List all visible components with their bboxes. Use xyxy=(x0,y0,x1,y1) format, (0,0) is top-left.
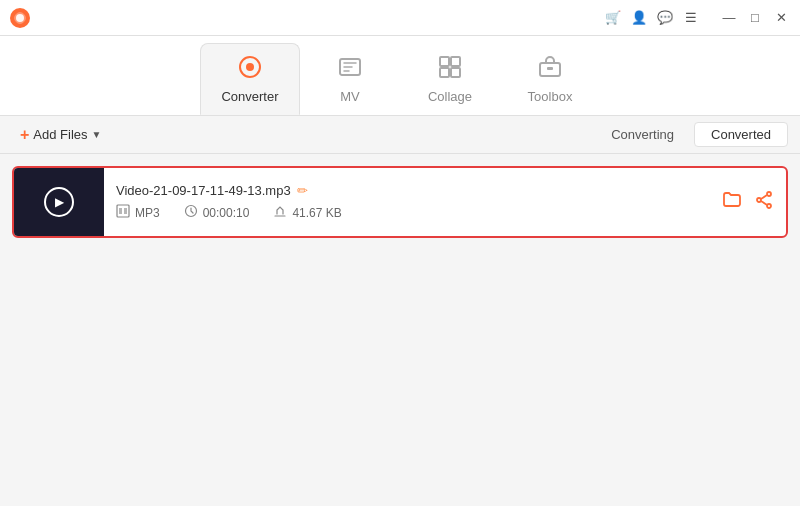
window-controls: 🛒 👤 💬 ☰ — □ ✕ xyxy=(602,7,792,29)
play-icon: ▶ xyxy=(55,195,64,209)
tab-toolbox[interactable]: Toolbox xyxy=(500,43,600,115)
format-icon xyxy=(116,204,130,221)
file-format-item: MP3 xyxy=(116,204,160,221)
file-meta-row: MP3 00:00:10 xyxy=(116,204,710,221)
collage-tab-label: Collage xyxy=(428,89,472,104)
converter-tab-icon xyxy=(238,55,262,85)
minimize-button[interactable]: — xyxy=(718,7,740,29)
edit-icon[interactable]: ✏ xyxy=(297,183,308,198)
svg-rect-6 xyxy=(451,57,460,66)
svg-point-15 xyxy=(767,192,771,196)
close-button[interactable]: ✕ xyxy=(770,7,792,29)
cart-icon[interactable]: 🛒 xyxy=(602,7,624,29)
add-files-label: Add Files xyxy=(33,127,87,142)
title-bar: 🛒 👤 💬 ☰ — □ ✕ xyxy=(0,0,800,36)
toolbox-tab-label: Toolbox xyxy=(528,89,573,104)
svg-rect-10 xyxy=(547,67,553,70)
svg-rect-12 xyxy=(119,208,122,214)
file-actions xyxy=(722,190,774,215)
share-icon[interactable] xyxy=(754,190,774,215)
add-files-dropdown-icon: ▼ xyxy=(92,129,102,140)
svg-rect-7 xyxy=(440,68,449,77)
file-format: MP3 xyxy=(135,206,160,220)
main-nav: Converter MV Collage xyxy=(0,36,800,116)
file-thumbnail[interactable]: ▶ xyxy=(14,168,104,236)
maximize-button[interactable]: □ xyxy=(744,7,766,29)
app-logo xyxy=(8,6,32,30)
file-duration: 00:00:10 xyxy=(203,206,250,220)
mv-tab-label: MV xyxy=(340,89,360,104)
subtab-converted[interactable]: Converted xyxy=(694,122,788,147)
file-name: Video-21-09-17-11-49-13.mp3 xyxy=(116,183,291,198)
file-info: Video-21-09-17-11-49-13.mp3 ✏ MP3 xyxy=(104,183,722,221)
play-button[interactable]: ▶ xyxy=(44,187,74,217)
add-files-button[interactable]: + Add Files ▼ xyxy=(12,122,109,148)
user-icon[interactable]: 👤 xyxy=(628,7,650,29)
svg-point-16 xyxy=(767,204,771,208)
file-name-row: Video-21-09-17-11-49-13.mp3 ✏ xyxy=(116,183,710,198)
menu-icon[interactable]: ☰ xyxy=(680,7,702,29)
size-icon xyxy=(273,204,287,221)
collage-tab-icon xyxy=(438,55,462,85)
svg-point-17 xyxy=(757,198,761,202)
file-duration-item: 00:00:10 xyxy=(184,204,250,221)
open-folder-icon[interactable] xyxy=(722,190,742,215)
add-files-plus-icon: + xyxy=(20,126,29,144)
svg-rect-13 xyxy=(124,208,127,214)
svg-rect-11 xyxy=(117,205,129,217)
svg-point-3 xyxy=(246,63,254,71)
mv-tab-icon xyxy=(338,55,362,85)
duration-icon xyxy=(184,204,198,221)
toolbox-tab-icon xyxy=(538,55,562,85)
tab-converter[interactable]: Converter xyxy=(200,43,300,115)
content-area: ▶ Video-21-09-17-11-49-13.mp3 ✏ MP xyxy=(0,154,800,506)
converter-tab-label: Converter xyxy=(221,89,278,104)
app-logo-area xyxy=(8,6,32,30)
sub-tabs-bar: + Add Files ▼ Converting Converted xyxy=(0,116,800,154)
subtab-converting[interactable]: Converting xyxy=(595,123,690,146)
file-size-item: 41.67 KB xyxy=(273,204,341,221)
chat-icon[interactable]: 💬 xyxy=(654,7,676,29)
svg-point-1 xyxy=(16,14,24,22)
file-size: 41.67 KB xyxy=(292,206,341,220)
svg-rect-8 xyxy=(451,68,460,77)
tab-collage[interactable]: Collage xyxy=(400,43,500,115)
svg-rect-5 xyxy=(440,57,449,66)
table-row: ▶ Video-21-09-17-11-49-13.mp3 ✏ MP xyxy=(12,166,788,238)
tab-mv[interactable]: MV xyxy=(300,43,400,115)
